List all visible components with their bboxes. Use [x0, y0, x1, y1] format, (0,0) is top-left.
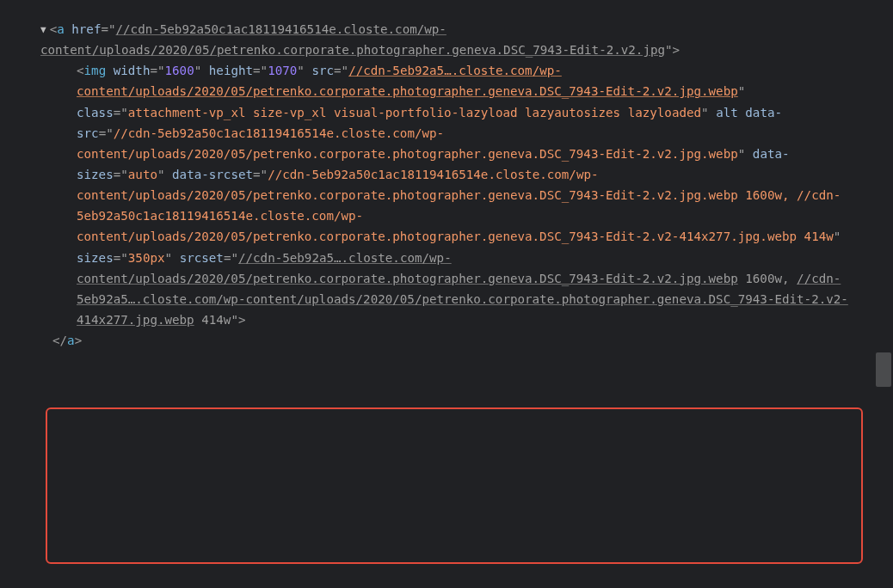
devtools-elements-panel: ▼<a href="//cdn-5eb92a50c1ac18119416514e… — [0, 0, 893, 588]
attr-class[interactable]: class — [77, 106, 114, 119]
class-value: attachment-vp_xl size-vp_xl visual-portf… — [128, 106, 701, 119]
img-element[interactable]: <img width="1600" height="1070" src="//c… — [40, 60, 857, 330]
dom-tree[interactable]: ▼<a href="//cdn-5eb92a50c1ac18119416514e… — [40, 19, 857, 351]
srcset-width-1: 1600w, — [738, 272, 797, 285]
attr-width[interactable]: width — [114, 64, 151, 77]
data-src-value: //cdn-5eb92a50c1ac18119416514e.closte.co… — [77, 126, 738, 161]
attr-srcset[interactable]: srcset — [180, 251, 224, 265]
expand-toggle-icon[interactable]: ▼ — [40, 22, 46, 39]
sizes-value: 350px — [128, 251, 165, 265]
scrollbar-thumb[interactable] — [876, 352, 891, 387]
tag-a[interactable]: a — [57, 22, 65, 36]
attr-href[interactable]: href — [71, 22, 101, 36]
attr-data-srcset[interactable]: data-srcset — [172, 168, 253, 181]
data-sizes-value: auto — [128, 168, 157, 181]
srcset-width-2: 414w — [194, 313, 231, 327]
height-value: 1070 — [268, 64, 297, 77]
attr-height[interactable]: height — [209, 64, 253, 77]
highlight-box — [46, 407, 863, 564]
attr-src[interactable]: src — [311, 64, 334, 77]
punct-lt: < — [50, 22, 58, 36]
attr-sizes[interactable]: sizes — [77, 251, 114, 265]
tag-img[interactable]: img — [84, 64, 107, 77]
width-value: 1600 — [165, 64, 194, 77]
href-url[interactable]: //cdn-5eb92a50c1ac18119416514e.closte.co… — [40, 22, 665, 57]
closing-a-tag[interactable]: </a> — [40, 330, 857, 351]
attr-alt[interactable]: alt — [716, 106, 738, 119]
